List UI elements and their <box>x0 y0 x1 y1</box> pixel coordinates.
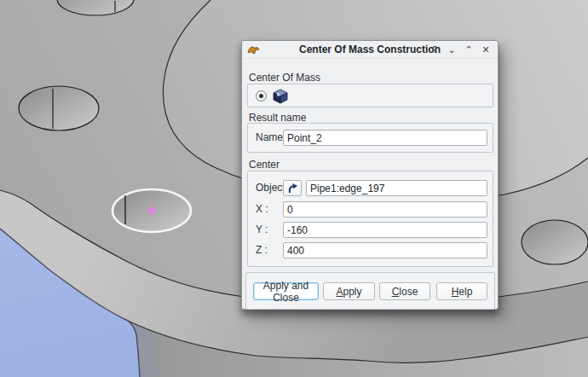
y-label: Y : <box>256 222 268 238</box>
group-label-result-name: Result name <box>249 112 306 124</box>
z-label: Z : <box>256 242 268 258</box>
group-center: Object X : Y : Z : <box>247 171 493 267</box>
solid-shape-icon <box>272 88 289 105</box>
whats-this-icon[interactable]: ? <box>428 43 441 56</box>
dialog-titlebar[interactable]: Center Of Mass Construction ? ⌄ ⌃ ✕ <box>242 41 498 59</box>
x-input[interactable] <box>283 201 487 218</box>
apply-button[interactable]: Apply <box>323 282 375 300</box>
selection-arrow-icon <box>287 183 298 194</box>
z-input[interactable] <box>283 242 487 258</box>
screen: Center Of Mass Construction ? ⌄ ⌃ ✕ Cent… <box>0 0 588 377</box>
close-button[interactable]: Close <box>379 282 430 300</box>
group-label-center: Center <box>249 159 280 171</box>
group-result-name: Name <box>247 123 493 153</box>
hole-right[interactable] <box>522 220 588 264</box>
help-button[interactable]: Help <box>436 282 487 300</box>
name-input[interactable] <box>283 130 487 146</box>
unshade-icon[interactable]: ⌃ <box>462 43 476 56</box>
apply-and-close-button[interactable]: Apply and Close <box>253 282 319 300</box>
shape-type-radio[interactable] <box>256 90 267 102</box>
object-input[interactable] <box>306 180 487 196</box>
hole-left[interactable] <box>19 86 99 130</box>
close-icon[interactable]: ✕ <box>479 43 493 56</box>
name-label: Name <box>256 130 283 146</box>
object-label: Object <box>256 180 285 196</box>
shade-icon[interactable]: ⌄ <box>445 43 458 56</box>
group-center-of-mass <box>247 84 493 107</box>
hole-selected-edge[interactable] <box>112 189 191 232</box>
dialog-button-box: Apply and Close Apply Close Help <box>245 272 495 310</box>
y-input[interactable] <box>283 222 487 238</box>
x-label: X : <box>256 201 268 218</box>
group-label-center-of-mass: Center Of Mass <box>249 72 320 84</box>
center-of-mass-dialog: Center Of Mass Construction ? ⌄ ⌃ ✕ Cent… <box>241 40 499 310</box>
app-icon <box>247 44 260 55</box>
select-object-button[interactable] <box>283 180 302 196</box>
